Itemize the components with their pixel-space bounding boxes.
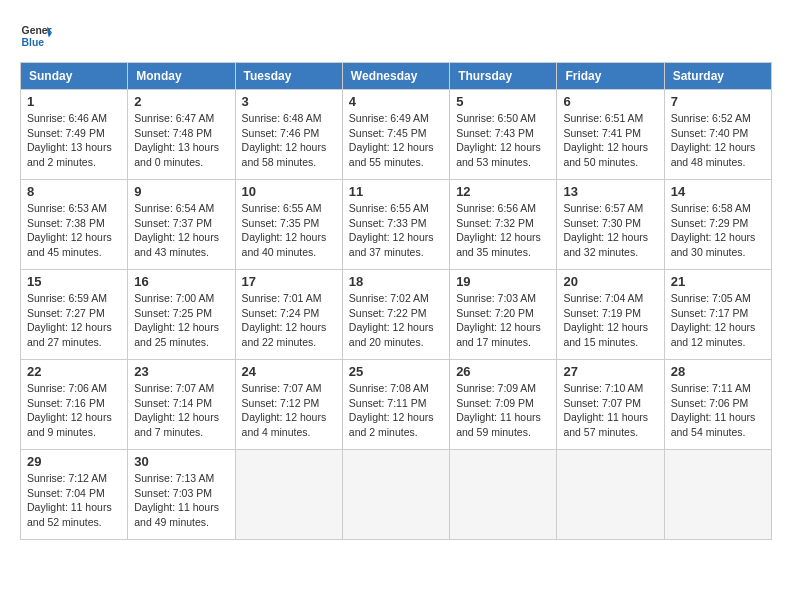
day-number: 3	[242, 94, 336, 109]
day-info: Sunrise: 7:03 AMSunset: 7:20 PMDaylight:…	[456, 291, 550, 350]
day-info: Sunrise: 6:49 AMSunset: 7:45 PMDaylight:…	[349, 111, 443, 170]
calendar-cell: 29Sunrise: 7:12 AMSunset: 7:04 PMDayligh…	[21, 450, 128, 540]
day-info: Sunrise: 6:57 AMSunset: 7:30 PMDaylight:…	[563, 201, 657, 260]
calendar-cell: 27Sunrise: 7:10 AMSunset: 7:07 PMDayligh…	[557, 360, 664, 450]
day-number: 17	[242, 274, 336, 289]
day-info: Sunrise: 6:56 AMSunset: 7:32 PMDaylight:…	[456, 201, 550, 260]
day-info: Sunrise: 7:12 AMSunset: 7:04 PMDaylight:…	[27, 471, 121, 530]
calendar-cell: 12Sunrise: 6:56 AMSunset: 7:32 PMDayligh…	[450, 180, 557, 270]
calendar-cell: 14Sunrise: 6:58 AMSunset: 7:29 PMDayligh…	[664, 180, 771, 270]
day-number: 5	[456, 94, 550, 109]
calendar-cell: 26Sunrise: 7:09 AMSunset: 7:09 PMDayligh…	[450, 360, 557, 450]
day-info: Sunrise: 7:01 AMSunset: 7:24 PMDaylight:…	[242, 291, 336, 350]
day-info: Sunrise: 7:06 AMSunset: 7:16 PMDaylight:…	[27, 381, 121, 440]
day-info: Sunrise: 6:46 AMSunset: 7:49 PMDaylight:…	[27, 111, 121, 170]
calendar-cell: 18Sunrise: 7:02 AMSunset: 7:22 PMDayligh…	[342, 270, 449, 360]
day-number: 20	[563, 274, 657, 289]
calendar: SundayMondayTuesdayWednesdayThursdayFrid…	[20, 62, 772, 540]
calendar-cell: 21Sunrise: 7:05 AMSunset: 7:17 PMDayligh…	[664, 270, 771, 360]
day-info: Sunrise: 7:02 AMSunset: 7:22 PMDaylight:…	[349, 291, 443, 350]
weekday-header-sunday: Sunday	[21, 63, 128, 90]
weekday-header-friday: Friday	[557, 63, 664, 90]
day-info: Sunrise: 7:04 AMSunset: 7:19 PMDaylight:…	[563, 291, 657, 350]
calendar-cell: 23Sunrise: 7:07 AMSunset: 7:14 PMDayligh…	[128, 360, 235, 450]
calendar-cell	[557, 450, 664, 540]
svg-text:Blue: Blue	[22, 37, 45, 48]
day-number: 18	[349, 274, 443, 289]
calendar-cell	[450, 450, 557, 540]
day-number: 6	[563, 94, 657, 109]
calendar-cell: 22Sunrise: 7:06 AMSunset: 7:16 PMDayligh…	[21, 360, 128, 450]
day-info: Sunrise: 6:47 AMSunset: 7:48 PMDaylight:…	[134, 111, 228, 170]
day-info: Sunrise: 7:13 AMSunset: 7:03 PMDaylight:…	[134, 471, 228, 530]
weekday-header-wednesday: Wednesday	[342, 63, 449, 90]
day-number: 8	[27, 184, 121, 199]
day-info: Sunrise: 6:51 AMSunset: 7:41 PMDaylight:…	[563, 111, 657, 170]
day-number: 22	[27, 364, 121, 379]
calendar-cell	[342, 450, 449, 540]
day-number: 16	[134, 274, 228, 289]
day-info: Sunrise: 7:00 AMSunset: 7:25 PMDaylight:…	[134, 291, 228, 350]
day-info: Sunrise: 6:59 AMSunset: 7:27 PMDaylight:…	[27, 291, 121, 350]
calendar-cell: 5Sunrise: 6:50 AMSunset: 7:43 PMDaylight…	[450, 90, 557, 180]
calendar-cell: 9Sunrise: 6:54 AMSunset: 7:37 PMDaylight…	[128, 180, 235, 270]
day-info: Sunrise: 6:52 AMSunset: 7:40 PMDaylight:…	[671, 111, 765, 170]
day-info: Sunrise: 7:07 AMSunset: 7:14 PMDaylight:…	[134, 381, 228, 440]
calendar-cell: 15Sunrise: 6:59 AMSunset: 7:27 PMDayligh…	[21, 270, 128, 360]
calendar-cell: 1Sunrise: 6:46 AMSunset: 7:49 PMDaylight…	[21, 90, 128, 180]
calendar-cell: 16Sunrise: 7:00 AMSunset: 7:25 PMDayligh…	[128, 270, 235, 360]
day-number: 27	[563, 364, 657, 379]
day-info: Sunrise: 6:48 AMSunset: 7:46 PMDaylight:…	[242, 111, 336, 170]
day-info: Sunrise: 6:50 AMSunset: 7:43 PMDaylight:…	[456, 111, 550, 170]
day-info: Sunrise: 7:05 AMSunset: 7:17 PMDaylight:…	[671, 291, 765, 350]
calendar-cell: 17Sunrise: 7:01 AMSunset: 7:24 PMDayligh…	[235, 270, 342, 360]
calendar-cell: 20Sunrise: 7:04 AMSunset: 7:19 PMDayligh…	[557, 270, 664, 360]
day-number: 28	[671, 364, 765, 379]
day-info: Sunrise: 6:55 AMSunset: 7:33 PMDaylight:…	[349, 201, 443, 260]
day-info: Sunrise: 7:09 AMSunset: 7:09 PMDaylight:…	[456, 381, 550, 440]
calendar-cell: 24Sunrise: 7:07 AMSunset: 7:12 PMDayligh…	[235, 360, 342, 450]
day-number: 15	[27, 274, 121, 289]
calendar-cell: 8Sunrise: 6:53 AMSunset: 7:38 PMDaylight…	[21, 180, 128, 270]
weekday-header-monday: Monday	[128, 63, 235, 90]
calendar-cell: 11Sunrise: 6:55 AMSunset: 7:33 PMDayligh…	[342, 180, 449, 270]
calendar-cell: 19Sunrise: 7:03 AMSunset: 7:20 PMDayligh…	[450, 270, 557, 360]
day-info: Sunrise: 6:53 AMSunset: 7:38 PMDaylight:…	[27, 201, 121, 260]
day-number: 30	[134, 454, 228, 469]
day-number: 7	[671, 94, 765, 109]
calendar-cell: 7Sunrise: 6:52 AMSunset: 7:40 PMDaylight…	[664, 90, 771, 180]
calendar-cell: 13Sunrise: 6:57 AMSunset: 7:30 PMDayligh…	[557, 180, 664, 270]
day-number: 12	[456, 184, 550, 199]
day-number: 1	[27, 94, 121, 109]
weekday-header-thursday: Thursday	[450, 63, 557, 90]
day-info: Sunrise: 7:08 AMSunset: 7:11 PMDaylight:…	[349, 381, 443, 440]
day-number: 14	[671, 184, 765, 199]
calendar-cell: 28Sunrise: 7:11 AMSunset: 7:06 PMDayligh…	[664, 360, 771, 450]
day-number: 11	[349, 184, 443, 199]
day-info: Sunrise: 6:55 AMSunset: 7:35 PMDaylight:…	[242, 201, 336, 260]
calendar-cell: 25Sunrise: 7:08 AMSunset: 7:11 PMDayligh…	[342, 360, 449, 450]
day-info: Sunrise: 7:11 AMSunset: 7:06 PMDaylight:…	[671, 381, 765, 440]
calendar-cell: 2Sunrise: 6:47 AMSunset: 7:48 PMDaylight…	[128, 90, 235, 180]
day-info: Sunrise: 6:54 AMSunset: 7:37 PMDaylight:…	[134, 201, 228, 260]
day-info: Sunrise: 6:58 AMSunset: 7:29 PMDaylight:…	[671, 201, 765, 260]
calendar-cell: 6Sunrise: 6:51 AMSunset: 7:41 PMDaylight…	[557, 90, 664, 180]
day-info: Sunrise: 7:07 AMSunset: 7:12 PMDaylight:…	[242, 381, 336, 440]
calendar-cell: 3Sunrise: 6:48 AMSunset: 7:46 PMDaylight…	[235, 90, 342, 180]
day-number: 10	[242, 184, 336, 199]
day-number: 19	[456, 274, 550, 289]
day-number: 29	[27, 454, 121, 469]
calendar-cell	[664, 450, 771, 540]
day-number: 9	[134, 184, 228, 199]
calendar-cell: 10Sunrise: 6:55 AMSunset: 7:35 PMDayligh…	[235, 180, 342, 270]
logo: General Blue	[20, 20, 52, 52]
day-number: 21	[671, 274, 765, 289]
day-number: 26	[456, 364, 550, 379]
calendar-cell	[235, 450, 342, 540]
day-number: 13	[563, 184, 657, 199]
day-number: 24	[242, 364, 336, 379]
calendar-cell: 30Sunrise: 7:13 AMSunset: 7:03 PMDayligh…	[128, 450, 235, 540]
weekday-header-saturday: Saturday	[664, 63, 771, 90]
day-number: 4	[349, 94, 443, 109]
calendar-cell: 4Sunrise: 6:49 AMSunset: 7:45 PMDaylight…	[342, 90, 449, 180]
